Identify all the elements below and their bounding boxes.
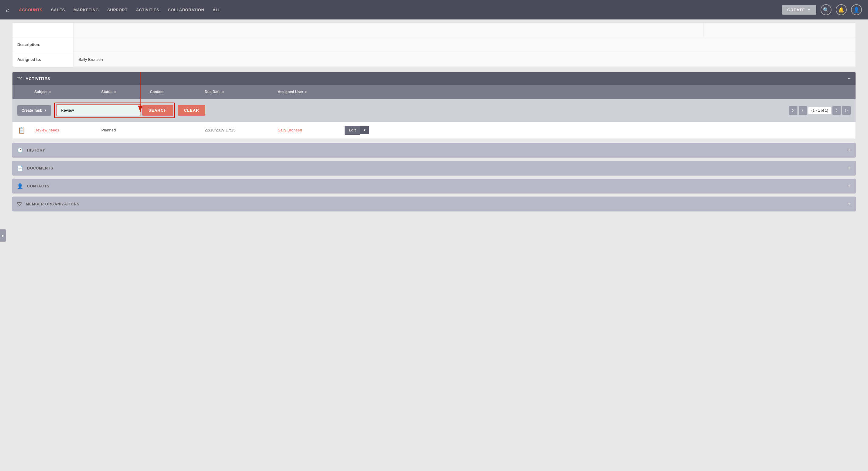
create-task-label: Create Task [22,108,42,113]
prev-page-button[interactable]: ⟨ [799,106,807,115]
status-sort-icon[interactable]: ⇕ [114,90,116,94]
description-value [73,37,856,52]
contacts-panel: 👤 CONTACTS + [12,179,856,194]
member-org-expand-btn[interactable]: + [847,201,851,207]
home-icon[interactable]: ⌂ [6,6,10,13]
search-button[interactable]: SEARCH [142,105,173,116]
user-avatar[interactable]: 👤 [851,4,862,15]
top-row-label [12,23,73,37]
next-page-button[interactable]: ⟩ [832,106,841,115]
search-highlight-box: SEARCH [54,102,175,118]
member-org-panel-header: 🛡 MEMBER ORGANIZATIONS + [12,197,856,211]
page-info: (1 - 1 of 1) [808,107,831,114]
activities-table-header: Subject ⇕ Status ⇕ Contact Due Date ⇕ As… [12,85,856,99]
history-title: HISTORY [27,148,45,152]
documents-icon: 📄 [17,165,23,171]
row-status: Planned [98,125,146,136]
th-status[interactable]: Status ⇕ [98,88,146,96]
th-actions [341,88,856,96]
form-row-assigned: Assigned to: Sally Bronsen [12,52,856,67]
main-content: Description: Assigned to: Sally Bronsen … [0,20,868,220]
assigned-to-value: Sally Bronsen [73,52,856,67]
task-icon-symbol: 📋 [18,126,26,134]
contacts-title: CONTACTS [27,184,50,188]
row-due-date: 22/10/2019 17:15 [201,125,274,136]
activities-panel: 〰 ACTIVITIES − Subject ⇕ Status ⇕ Contac… [12,72,856,139]
contacts-icon: 👤 [17,183,23,189]
row-contact [146,127,201,133]
nav-links: ACCOUNTS SALES MARKETING SUPPORT ACTIVIT… [19,8,773,12]
clear-button[interactable]: CLEAR [178,105,205,116]
nav-marketing[interactable]: MARKETING [73,8,99,12]
th-contact: Contact [146,88,201,96]
pagination: ⟨⟨ ⟨ (1 - 1 of 1) ⟩ ⟩⟩ [789,106,851,115]
form-section: Description: Assigned to: Sally Bronsen [12,23,856,67]
filter-row: Create Task ▼ SEARCH CLEAR ⟨⟨ ⟨ (1 - 1 o… [12,99,856,122]
activities-panel-header: 〰 ACTIVITIES − [12,72,856,85]
nav-right: CREATE ▼ 🔍 🔔 👤 [782,4,862,15]
nav-accounts[interactable]: ACCOUNTS [19,8,42,12]
nav-all[interactable]: ALL [213,8,221,12]
history-icon: 🕐 [17,147,23,153]
search-icon[interactable]: 🔍 [820,4,832,15]
edit-button-group: Edit ▼ [345,126,852,135]
th-icon [12,88,31,96]
last-page-button[interactable]: ⟩⟩ [842,106,851,115]
row-subject[interactable]: Review needs [31,125,98,136]
assigned-to-name: Sally Bronsen [79,57,103,62]
documents-title: DOCUMENTS [27,166,53,170]
create-dropdown-arrow: ▼ [807,8,811,11]
activities-panel-title: ACTIVITIES [26,77,51,81]
table-row: 📋 Review needs Planned 22/10/2019 17:15 … [12,122,856,139]
history-panel-header: 🕐 HISTORY + [12,143,856,157]
th-due-date[interactable]: Due Date ⇕ [201,88,274,96]
create-button[interactable]: CREATE ▼ [782,5,816,14]
history-panel: 🕐 HISTORY + [12,143,856,157]
form-row-top [12,23,856,37]
row-icon: 📋 [12,123,31,137]
row-assigned-user[interactable]: Sally Bronsen [274,125,341,136]
create-label: CREATE [787,8,805,12]
subject-sort-icon[interactable]: ⇕ [49,90,51,94]
documents-panel-header: 📄 DOCUMENTS + [12,160,856,176]
top-row-input[interactable] [79,28,699,32]
row-actions: Edit ▼ [341,123,856,138]
contacts-panel-header: 👤 CONTACTS + [12,179,856,194]
activities-panel-icon: 〰 [17,76,23,81]
create-task-arrow: ▼ [44,109,47,112]
notifications-icon[interactable]: 🔔 [836,4,847,15]
member-org-title: MEMBER ORGANIZATIONS [26,202,80,206]
form-row-description: Description: [12,37,856,52]
th-subject[interactable]: Subject ⇕ [31,88,98,96]
first-page-button[interactable]: ⟨⟨ [789,106,798,115]
description-label: Description: [12,37,73,52]
member-org-panel: 🛡 MEMBER ORGANIZATIONS + [12,197,856,211]
assigned-user-sort-icon[interactable]: ⇕ [304,90,307,94]
nav-activities[interactable]: ACTIVITIES [136,8,159,12]
nav-collaboration[interactable]: COLLABORATION [168,8,205,12]
top-row-value [73,23,704,37]
contacts-expand-btn[interactable]: + [847,183,851,189]
create-task-button[interactable]: Create Task ▼ [17,105,51,116]
description-input[interactable] [79,42,851,47]
nav-support[interactable]: SUPPORT [107,8,127,12]
member-org-icon: 🛡 [17,201,22,207]
edit-button[interactable]: Edit [345,126,360,135]
due-date-sort-icon[interactable]: ⇕ [222,90,224,94]
edit-dropdown-button[interactable]: ▼ [360,126,369,134]
assigned-to-label: Assigned to: [12,52,73,67]
documents-panel: 📄 DOCUMENTS + [12,160,856,176]
documents-expand-btn[interactable]: + [847,165,851,171]
activities-collapse-btn[interactable]: − [848,76,851,81]
history-expand-btn[interactable]: + [847,147,851,153]
search-input[interactable] [56,105,141,116]
th-assigned-user[interactable]: Assigned User ⇕ [274,88,341,96]
top-navigation: ⌂ ACCOUNTS SALES MARKETING SUPPORT ACTIV… [0,0,868,20]
nav-sales[interactable]: SALES [51,8,65,12]
